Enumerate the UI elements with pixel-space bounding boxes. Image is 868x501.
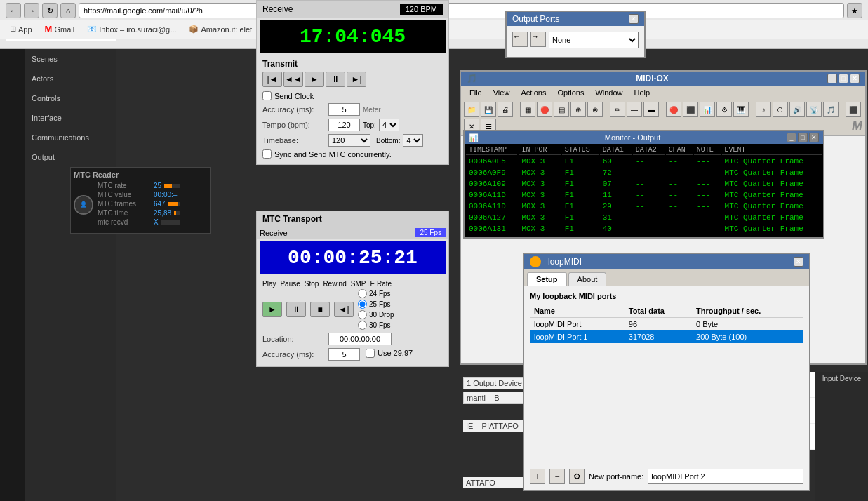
mtc-accuracy-input[interactable] [328,348,360,361]
url-bar[interactable] [79,3,844,18]
add-port-button[interactable]: + [530,469,545,484]
timebase-select[interactable]: 120 [328,134,370,147]
sidebar-item-scenes[interactable]: Scenes [25,49,116,69]
mtc-pause-button[interactable]: ⏸ [286,302,306,317]
port-forward-button[interactable]: → [530,32,546,47]
transport-btn-labels: Play Pause Stop Rewind SMPTE Rate [262,280,443,288]
forward-button[interactable]: → [24,3,39,18]
monitor-maximize-button[interactable]: □ [798,133,808,142]
port-select[interactable]: None [549,32,639,48]
sidebar-item-controls[interactable]: Controls [25,88,116,108]
tab-about[interactable]: About [568,272,607,286]
menu-window[interactable]: Window [589,87,628,98]
port-back-button[interactable]: ← [512,32,528,47]
monitor-close-button[interactable]: ✕ [809,133,819,142]
menu-view[interactable]: View [488,87,516,98]
bookmark-inbox[interactable]: 📧 Inbox – iro.suraci@g... [83,23,180,35]
left-sidebar [0,49,25,501]
toolbar-btn-8[interactable]: ⊗ [587,102,603,117]
play-button[interactable]: ► [305,72,324,87]
menu-file[interactable]: File [464,87,488,98]
bookmark-gmail[interactable]: M Gmail [41,22,79,36]
cell-note: --- [694,156,721,166]
toolbar-btn-19[interactable]: 🔊 [789,102,805,117]
toolbar-btn-16[interactable]: 🎹 [733,102,749,117]
toolbar-btn-13[interactable]: ⬛ [683,102,698,117]
send-clock-checkbox[interactable] [262,91,272,100]
fps-24-option[interactable]: 24 Fps [358,289,394,298]
top-select[interactable]: 4 [379,119,399,131]
toolbar-btn-3[interactable]: 🖨 [498,102,513,117]
toolbar-btn-21[interactable]: 🎵 [823,102,839,117]
cell-data1: 29 [600,201,632,211]
remove-port-button[interactable]: − [549,469,565,484]
cell-data2: -- [633,213,665,222]
bookmark-amazon[interactable]: 📦 Amazon.it: elet [185,23,256,35]
star-button[interactable]: ★ [847,3,862,18]
toolbar-btn-5[interactable]: 🔴 [537,102,552,117]
cell-timestamp: 0006A131 [466,224,517,234]
fps-25-label: 25 Fps [369,300,391,308]
loopmidi-tabs: Setup About [524,269,809,286]
accuracy-input[interactable] [328,103,360,116]
list-item[interactable]: loopMIDI Port 1 317028 200 Byte (100) [530,330,803,343]
pause-button[interactable]: ⏸ [326,72,345,87]
bottom-select[interactable]: 4 [403,134,423,147]
sidebar-item-interface[interactable]: Interface [25,108,116,128]
fps-30-option[interactable]: 30 Fps [358,321,394,330]
use-2997-checkbox[interactable] [366,349,375,358]
config-port-button[interactable]: ⚙ [569,469,585,484]
back-button[interactable]: ← [6,3,21,18]
location-input[interactable] [328,333,392,345]
fps-25-option[interactable]: 25 Fps [358,300,394,309]
toolbar-btn-9[interactable]: ✏ [610,102,625,117]
cell-note: --- [694,213,721,222]
list-item[interactable]: loopMIDI Port 96 0 Byte [530,318,803,331]
rewind-button[interactable]: ◄◄ [283,72,303,87]
menu-actions[interactable]: Actions [515,87,552,98]
col-event: EVENT [722,145,822,155]
sidebar-item-output[interactable]: Output [25,147,116,167]
toolbar-btn-6[interactable]: ▤ [554,102,569,117]
toolbar-btn-4[interactable]: ▦ [520,102,535,117]
mtc-stop-button[interactable]: ■ [310,302,330,317]
sync-checkbox[interactable] [262,149,272,159]
toolbar-btn-18[interactable]: ⏱ [773,102,788,117]
loopmidi-close-button[interactable]: ✕ [794,257,803,267]
sidebar-item-communications[interactable]: Communications [25,128,116,147]
rewind-to-start-button[interactable]: |◄ [262,72,282,87]
loopmidi-titlebar: loopMIDI ✕ [524,254,809,269]
tab-setup[interactable]: Setup [527,272,567,286]
toolbar-btn-10[interactable]: — [627,102,642,117]
toolbar-btn-15[interactable]: ⚙ [716,102,732,117]
fast-forward-button[interactable]: ►| [347,72,366,87]
sidebar-item-actors[interactable]: Actors [25,69,116,88]
toolbar-btn-1[interactable]: 📁 [464,102,479,117]
menu-help[interactable]: Help [629,87,656,98]
refresh-button[interactable]: ↻ [42,3,58,18]
midi-ox-maximize-button[interactable]: □ [839,74,848,84]
menu-options[interactable]: Options [552,87,589,98]
toolbar-btn-14[interactable]: 📊 [700,102,715,117]
toolbar-btn-12[interactable]: 🔴 [666,102,681,117]
toolbar-btn-7[interactable]: ⊕ [570,102,586,117]
home-button[interactable]: ⌂ [60,3,76,18]
mtc-rewind-button[interactable]: ◄| [334,302,354,317]
cell-status: F1 [562,190,599,200]
output-ports-close-button[interactable]: ✕ [629,14,639,24]
midi-ox-menu: File View Actions Options Window Help [461,86,865,100]
monitor-minimize-button[interactable]: _ [787,133,796,142]
toolbar-btn-11[interactable]: ▬ [643,102,659,117]
midi-ox-minimize-button[interactable]: _ [827,74,837,84]
new-port-input[interactable] [648,469,803,484]
bookmark-app[interactable]: ⊞ App [6,23,36,35]
toolbar-btn-17[interactable]: ♪ [756,102,771,117]
toolbar-btn-20[interactable]: 📡 [806,102,822,117]
tempo-input[interactable] [328,119,360,131]
toolbar-btn-22[interactable]: ⬛ [846,102,861,117]
midi-ox-close-button[interactable]: ✕ [850,74,860,84]
mtc-play-button[interactable]: ► [262,302,282,317]
bpm-display: 120 BPM [400,4,443,15]
fps-30drop-option[interactable]: 30 Drop [358,310,394,319]
toolbar-btn-2[interactable]: 💾 [481,102,496,117]
